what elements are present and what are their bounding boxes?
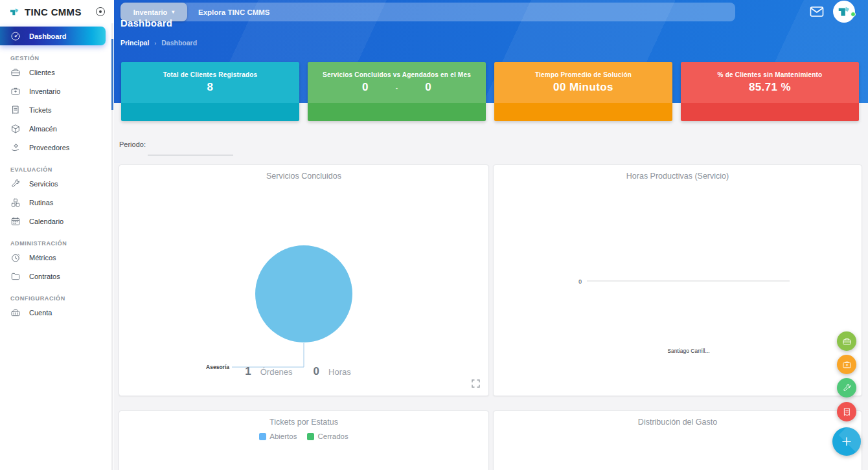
- chart-title: Servicios Concluidos: [119, 172, 488, 181]
- breadcrumb-root[interactable]: Principal: [120, 39, 149, 47]
- sidebar-item-contratos[interactable]: Contratos: [0, 267, 114, 285]
- metric-title: Servicios Concluidos vs Agendados en el …: [323, 71, 471, 78]
- metric-footer: [308, 103, 486, 121]
- bar-chart-horas[interactable]: 0 Santiago Carrill...: [494, 165, 863, 397]
- chevron-down-icon: ▾: [172, 10, 174, 15]
- sidebar-item-label: Inventario: [29, 87, 60, 95]
- chart-card-horas-productivas: Horas Productivas (Servicio) 0 Santiago …: [493, 164, 862, 396]
- gauge-icon: [10, 252, 21, 263]
- periodo-label: Periodo:: [119, 140, 146, 148]
- sidebar-toggle-icon[interactable]: [96, 7, 105, 16]
- receipt-icon: [10, 105, 21, 115]
- plus-icon: [841, 436, 852, 447]
- metric-value-2: 0: [425, 81, 431, 94]
- sidebar-item-rutinas[interactable]: Rutinas: [0, 193, 114, 212]
- metric-card-clientes: Total de Clientes Registrados 8: [121, 62, 299, 121]
- sidebar-item-proveedores[interactable]: Proveedores: [0, 138, 114, 157]
- sidebar-item-label: Dashboard: [29, 32, 66, 40]
- sidebar-item-metricos[interactable]: Métricos: [0, 248, 114, 267]
- metric-footer: [681, 103, 859, 121]
- legend-entry-cerrados[interactable]: Cerrados: [307, 432, 348, 440]
- metric-value: 0: [362, 81, 369, 94]
- fab-add[interactable]: [832, 427, 861, 456]
- brand-name: TINC CMMS: [25, 6, 96, 17]
- briefcase-icon: [842, 337, 852, 346]
- legend-label: Abiertos: [269, 432, 297, 440]
- metric-title: % de Clientes sin Mantenimiento: [718, 71, 823, 78]
- sidebar-item-label: Rutinas: [29, 199, 53, 207]
- sidebar-section-administracion: ADMINISTRACIÓN: [10, 240, 114, 247]
- sidebar-item-almacen[interactable]: Almacén: [0, 119, 114, 138]
- sidebar-item-label: Clientes: [29, 69, 55, 76]
- breadcrumb-separator: ›: [154, 40, 156, 47]
- sidebar-item-servicios[interactable]: Servicios: [0, 174, 114, 193]
- sidebar-item-label: Calendario: [29, 218, 63, 225]
- chart-card-distribucion-gasto: Distribución del Gasto: [493, 410, 862, 470]
- supplier-gear-icon: [10, 142, 21, 153]
- module-selector-label: Inventario: [133, 8, 168, 16]
- legend-swatch-cerrados: [307, 433, 314, 440]
- mail-icon[interactable]: [810, 6, 824, 17]
- brand-row: TINC CMMS: [0, 0, 114, 23]
- briefcase-icon: [10, 67, 21, 78]
- fab-tickets[interactable]: [837, 402, 856, 421]
- pie-chart-servicios[interactable]: Asesoría: [119, 185, 490, 372]
- metric-card-servicios: Servicios Concluidos vs Agendados en el …: [308, 62, 486, 121]
- sidebar-item-label: Proveedores: [29, 144, 69, 151]
- sidebar-item-clientes[interactable]: Clientes: [0, 63, 114, 82]
- sidebar-item-cuenta[interactable]: Cuenta: [0, 303, 114, 322]
- online-status-dot: [851, 12, 856, 17]
- chart-legend: Abiertos Cerrados: [119, 432, 488, 440]
- sidebar-item-label: Tickets: [29, 106, 51, 114]
- sidebar-scrollbar-thumb[interactable]: [111, 39, 113, 110]
- cubes-icon: [10, 197, 21, 208]
- chart-title: Tickets por Estatus: [119, 418, 488, 427]
- metric-cards-row: Total de Clientes Registrados 8 Servicio…: [121, 62, 859, 121]
- stat-horas-value: 0: [314, 365, 319, 378]
- stat-ordenes-value: 1: [245, 365, 251, 378]
- page-title: Dashboard: [120, 17, 172, 28]
- metric-card-tiempo: Tiempo Promedio de Solución 00 Minutos: [494, 62, 672, 121]
- chart-title: Distribución del Gasto: [494, 418, 862, 427]
- search-input[interactable]: [187, 3, 735, 21]
- chart-card-servicios-concluidos: Servicios Concluidos Asesoría 1 Órdenes …: [119, 164, 489, 396]
- sidebar-item-label: Métricos: [29, 254, 56, 262]
- wrench-icon: [842, 383, 852, 393]
- breadcrumb-current: Dashboard: [161, 39, 197, 47]
- stat-ordenes-label: Órdenes: [260, 367, 293, 377]
- metric-value: 00 Minutos: [553, 81, 613, 94]
- sidebar-section-configuracion: CONFIGURACIÓN: [10, 295, 114, 302]
- fab-inventario[interactable]: [837, 355, 856, 374]
- periodo-input[interactable]: [148, 144, 233, 155]
- toolbox-icon: [842, 360, 852, 370]
- sidebar-item-inventario[interactable]: Inventario: [0, 82, 114, 100]
- sidebar: TINC CMMS Dashboard GESTIÓN Clientes Inv…: [0, 0, 114, 470]
- avatar[interactable]: [833, 1, 855, 23]
- metric-value: 8: [207, 81, 214, 94]
- fab-servicios[interactable]: [837, 378, 856, 397]
- dashboard-icon: [10, 31, 21, 41]
- fullscreen-icon[interactable]: [472, 379, 480, 387]
- breadcrumb: Principal › Dashboard: [120, 39, 197, 47]
- fab-clientes[interactable]: [837, 331, 856, 351]
- metric-title: Tiempo Promedio de Solución: [535, 71, 632, 78]
- sidebar-item-label: Almacén: [29, 125, 57, 133]
- metric-separator: -: [396, 84, 398, 91]
- metric-footer: [121, 103, 299, 121]
- sidebar-item-tickets[interactable]: Tickets: [0, 100, 114, 119]
- legend-entry-abiertos[interactable]: Abiertos: [259, 432, 297, 440]
- toolbox-icon: [10, 86, 21, 96]
- wrench-icon: [10, 179, 21, 189]
- chart-card-tickets-estatus: Tickets por Estatus Abiertos Cerrados: [119, 410, 489, 470]
- sidebar-item-dashboard[interactable]: Dashboard: [0, 27, 106, 45]
- brand-logo-icon: [9, 6, 19, 17]
- case-icon: [10, 308, 21, 318]
- legend-label: Cerrados: [317, 432, 348, 440]
- x-axis-category-label: Santiago Carrill...: [667, 348, 709, 354]
- sidebar-item-label: Servicios: [29, 180, 58, 188]
- stat-horas-label: Horas: [328, 367, 351, 377]
- pie-stats: 1 Órdenes 0 Horas: [119, 365, 488, 378]
- receipt-icon: [842, 407, 852, 417]
- metric-footer: [494, 103, 672, 121]
- sidebar-item-calendario[interactable]: Calendario: [0, 212, 114, 230]
